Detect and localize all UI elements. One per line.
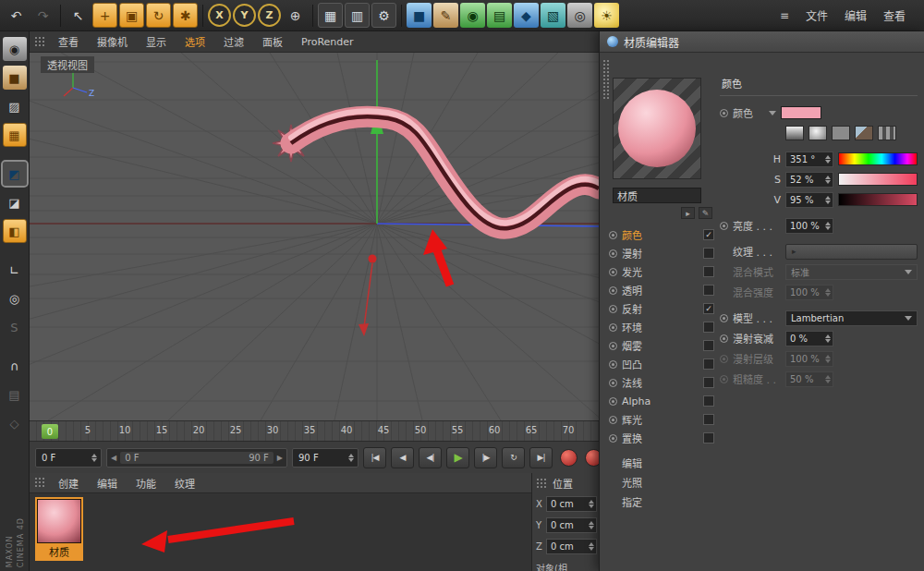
drag-handle-icon[interactable] (536, 478, 546, 490)
material-thumbnail[interactable] (37, 499, 81, 543)
saturation-input[interactable] (790, 175, 823, 185)
picker-mode-wheel-icon[interactable] (808, 126, 827, 140)
channel-checkbox[interactable] (703, 395, 714, 407)
animation-dot-icon[interactable] (609, 360, 617, 369)
timeline-ruler[interactable]: 0 0 5 10 15 20 25 30 35 40 45 50 55 60 6… (30, 420, 599, 441)
range-track[interactable]: 0 F 90 F (120, 452, 274, 464)
polygons-mode-icon[interactable]: ◧ (3, 219, 27, 243)
play-button[interactable]: ▶ (446, 447, 469, 468)
channel-color[interactable]: 颜色 ✓ (607, 225, 716, 244)
viewport-menu-display[interactable]: 显示 (138, 31, 175, 52)
channel-displacement[interactable]: 置换 (607, 429, 716, 447)
goto-start-button[interactable]: |◀ (363, 447, 386, 468)
primitive-cube-icon[interactable]: ■ (407, 3, 432, 28)
points-mode-icon[interactable]: ◩ (3, 162, 27, 186)
mm-menu-texture[interactable]: 纹理 (166, 473, 203, 493)
channel-checkbox[interactable] (703, 285, 714, 296)
mm-menu-edit[interactable]: 编辑 (89, 473, 126, 493)
diffuse-falloff-input[interactable] (790, 334, 823, 344)
z-axis-lock-icon[interactable]: Z (258, 4, 281, 27)
value-spinner[interactable] (823, 193, 832, 207)
value-spinner[interactable] (823, 219, 832, 233)
animation-dot-icon[interactable] (609, 379, 617, 387)
material-list[interactable]: 材质 (30, 493, 531, 571)
quantize-icon[interactable]: ◇ (3, 411, 27, 435)
animation-dot-icon[interactable] (609, 416, 617, 424)
channel-label[interactable]: 烟雾 (622, 338, 699, 353)
channel-checkbox[interactable] (703, 414, 714, 425)
channel-label[interactable]: 颜色 (622, 227, 699, 242)
coordinate-mode-dropdown[interactable]: 对象(相 (536, 561, 597, 571)
material-preview[interactable] (613, 78, 701, 179)
channel-environment[interactable]: 环境 (607, 318, 716, 336)
menu-file[interactable]: 文件 (806, 7, 828, 23)
x-axis-lock-icon[interactable]: X (208, 4, 231, 27)
mix-strength-input[interactable] (790, 287, 823, 298)
last-tool-icon[interactable]: ✱ (173, 3, 198, 28)
channel-label[interactable]: 凹凸 (622, 357, 699, 371)
mm-menu-create[interactable]: 创建 (50, 473, 87, 493)
page-edit[interactable]: 编辑 (607, 453, 716, 472)
x-position-field[interactable] (546, 496, 597, 512)
animation-dot-icon[interactable] (609, 249, 617, 258)
material-editor-titlebar[interactable]: 材质编辑器 (600, 31, 924, 53)
channel-normal[interactable]: 法线 (607, 373, 716, 392)
viewport-menu-prorender[interactable]: ProRender (293, 33, 362, 51)
make-editable-icon[interactable]: ◉ (3, 37, 27, 61)
value-slider[interactable] (838, 193, 918, 206)
brightness-input[interactable] (790, 221, 823, 231)
value-input[interactable] (790, 195, 823, 205)
animation-dot-icon[interactable] (720, 314, 728, 322)
picker-mode-swatches-icon[interactable] (878, 126, 896, 140)
render-view-icon[interactable]: ▦ (318, 3, 343, 28)
animation-dot-icon[interactable] (720, 375, 728, 383)
channel-checkbox[interactable] (703, 322, 714, 333)
shading-model-dropdown[interactable]: Lambertian (785, 310, 918, 326)
channel-label[interactable]: Alpha (622, 395, 699, 407)
picker-mode-flat-icon[interactable] (832, 126, 850, 140)
y-axis-handle[interactable] (371, 60, 383, 224)
channel-luminance[interactable]: 发光 (607, 262, 716, 281)
scale-tool-icon[interactable]: ▣ (119, 3, 144, 28)
channel-checkbox[interactable] (703, 358, 714, 370)
live-selection-icon[interactable]: ↖ (66, 3, 91, 28)
value-spinner[interactable] (587, 518, 595, 532)
mix-mode-dropdown[interactable]: 标准 (785, 264, 918, 280)
viewport-canvas[interactable]: Z (30, 53, 599, 420)
channel-reflectance[interactable]: 反射 ✓ (607, 299, 716, 318)
deformers-icon[interactable]: ◆ (514, 3, 539, 28)
drag-handle-icon[interactable] (34, 477, 44, 489)
next-frame-button[interactable]: |▶ (474, 447, 497, 468)
value-spinner[interactable] (823, 286, 832, 299)
menu-edit[interactable]: 编辑 (845, 7, 867, 23)
z-position-field[interactable] (546, 539, 597, 554)
coordinate-system-icon[interactable]: ⊕ (283, 3, 308, 28)
current-frame-marker[interactable]: 0 (42, 424, 58, 439)
value-spinner[interactable] (587, 540, 595, 553)
hue-input[interactable] (790, 154, 823, 164)
value-field[interactable] (785, 192, 833, 208)
viewport-solo-icon[interactable]: ◎ (3, 286, 27, 310)
mix-strength-field[interactable] (785, 285, 833, 300)
end-frame-input[interactable] (298, 453, 346, 463)
current-frame-input[interactable] (42, 453, 90, 463)
frame-spinner[interactable] (90, 451, 98, 465)
sketch-mode-icon[interactable]: S (3, 315, 27, 339)
texture-button[interactable]: ▸ (785, 244, 918, 260)
redo-icon[interactable]: ↷ (30, 3, 55, 28)
channel-label[interactable]: 透明 (622, 283, 699, 298)
viewport-menu-view[interactable]: 查看 (50, 31, 87, 52)
channel-label[interactable]: 辉光 (622, 412, 699, 427)
current-frame-field[interactable] (35, 448, 102, 468)
play-backward-button[interactable]: ◀ (391, 447, 414, 468)
value-spinner[interactable] (587, 497, 595, 511)
x-position-input[interactable] (551, 499, 587, 509)
saturation-field[interactable] (785, 172, 833, 188)
animation-dot-icon[interactable] (609, 268, 617, 276)
workplane-snap-icon[interactable]: ▤ (3, 383, 27, 407)
goto-end-button[interactable]: ▶| (529, 447, 553, 468)
channel-checkbox[interactable] (703, 377, 714, 388)
value-spinner[interactable] (823, 352, 832, 366)
y-position-field[interactable] (546, 517, 597, 533)
diffuse-level-field[interactable] (785, 351, 833, 367)
